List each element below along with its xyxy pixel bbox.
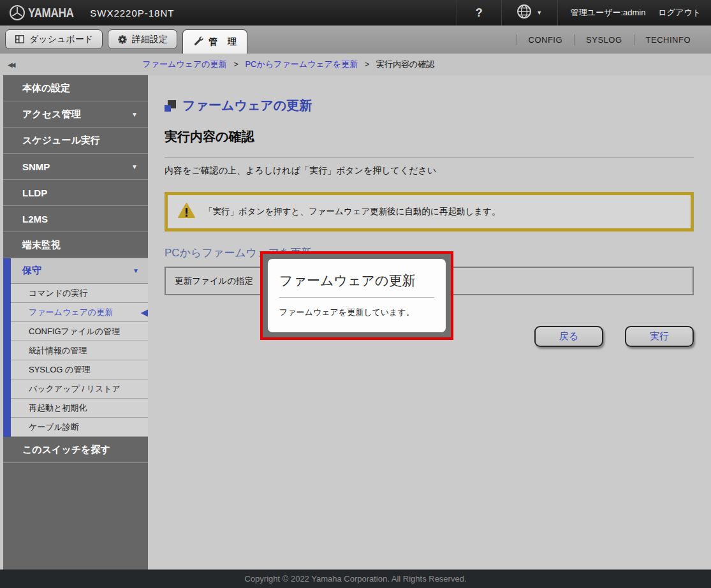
help-button[interactable]: ?	[457, 0, 501, 26]
sidebar-subitem-config-file[interactable]: CONFIGファイルの管理	[11, 322, 148, 341]
sidebar-item-schedule[interactable]: スケジュール実行	[3, 128, 148, 154]
sidebar-item-label: アクセス管理	[22, 108, 80, 121]
sidebar-item-label: LLDP	[22, 187, 47, 198]
sidebar-subitem-label: バックアップ / リストア	[29, 383, 121, 395]
sidebar-item-label: 保守	[22, 265, 41, 277]
breadcrumb-separator: >	[365, 59, 370, 69]
sidebar-subitem-label: コマンドの実行	[29, 288, 88, 299]
tab-dashboard[interactable]: ダッシュボード	[5, 29, 103, 49]
sidebar-subitem-label: CONFIGファイルの管理	[29, 326, 120, 337]
top-bar: YAMAHA SWX2220P-18NT ? ▼ 管理ユーザー:admin	[0, 0, 711, 26]
logout-button[interactable]: ログアウト	[658, 7, 701, 18]
selected-item-arrow-icon: ◀	[140, 307, 148, 317]
sidebar-section-maintenance: 保守 ▼ コマンドの実行 ファームウェアの更新 ◀ CONFIGファイルの管理	[3, 258, 148, 437]
warning-banner: 「実行」ボタンを押すと、ファームウェア更新後に自動的に再起動します。	[165, 192, 694, 232]
techinfo-link[interactable]: TECHINFO	[634, 35, 702, 45]
warning-icon	[178, 203, 195, 221]
sidebar-item-system-settings[interactable]: 本体の設定	[3, 75, 148, 101]
sidebar-subitem-label: 再起動と初期化	[29, 402, 87, 414]
sidebar-item-label: SNMP	[22, 161, 50, 172]
sidebar-item-label: 本体の設定	[22, 82, 70, 94]
sidebar-item-snmp[interactable]: SNMP ▼	[3, 154, 148, 180]
sidebar-item-maintenance[interactable]: 保守 ▼	[11, 258, 148, 284]
syslog-link[interactable]: SYSLOG	[575, 35, 633, 45]
sidebar-subitem-label: ファームウェアの更新	[29, 307, 113, 318]
modal-frame: ファームウェアの更新 ファームウェアを更新しています。	[263, 254, 451, 337]
sidebar-item-label: このスイッチを探す	[22, 444, 110, 456]
firmware-update-modal: ファームウェアの更新 ファームウェアを更新しています。	[260, 251, 453, 340]
sidebar-subitem-command-exec[interactable]: コマンドの実行	[11, 284, 148, 303]
tab-strip: ダッシュボード 詳細設定	[0, 26, 711, 54]
sidebar-subitem-reboot-init[interactable]: 再起動と初期化	[11, 399, 148, 418]
content-area: ファームウェアの更新 実行内容の確認 内容をご確認の上、よろしければ「実行」ボタ…	[148, 75, 711, 588]
sidebar-item-terminal-monitor[interactable]: 端末監視	[3, 232, 148, 258]
tab-label: 管 理	[209, 36, 240, 48]
back-button[interactable]: 戻る	[534, 326, 603, 347]
tab-admin[interactable]: 管 理	[182, 29, 247, 54]
dashboard-icon	[15, 34, 25, 44]
sidebar-item-lldp[interactable]: LLDP	[3, 180, 148, 206]
sidebar-collapse-icon[interactable]: ◀◀	[8, 61, 13, 68]
sidebar-subitem-statistics[interactable]: 統計情報の管理	[11, 341, 148, 360]
topbar-actions: ? ▼ 管理ユーザー:admin ログアウト	[457, 0, 711, 26]
chevron-down-icon: ▼	[536, 10, 542, 16]
config-link[interactable]: CONFIG	[517, 35, 575, 45]
warning-text: 「実行」ボタンを押すと、ファームウェア更新後に自動的に再起動します。	[204, 206, 500, 217]
globe-icon	[517, 4, 532, 22]
modal-title: ファームウェアの更新	[279, 272, 434, 290]
admin-user-label: 管理ユーザー:admin	[571, 7, 646, 18]
device-model: SWX2220P-18NT	[90, 8, 174, 18]
instruction-text: 内容をご確認の上、よろしければ「実行」ボタンを押してください	[165, 165, 694, 177]
footer: Copyright © 2022 Yamaha Corporation. All…	[0, 570, 711, 588]
tab-detail-settings[interactable]: 詳細設定	[108, 29, 177, 49]
config-links: CONFIG SYSLOG TECHINFO	[517, 26, 711, 54]
breadcrumb: ファームウェアの更新 > PCからファームウェアを更新 > 実行内容の確認	[142, 59, 434, 70]
sidebar-item-find-switch[interactable]: このスイッチを探す	[3, 437, 148, 463]
breadcrumb-separator: >	[233, 59, 238, 69]
gear-icon	[117, 34, 128, 45]
tab-label: 詳細設定	[132, 34, 168, 45]
divider	[279, 297, 434, 298]
breadcrumb-bar: ◀◀ ファームウェアの更新 > PCからファームウェアを更新 > 実行内容の確認	[0, 54, 711, 75]
language-button[interactable]: ▼	[501, 0, 557, 26]
section-heading: 実行内容の確認	[165, 128, 694, 145]
sidebar-subitem-firmware-update[interactable]: ファームウェアの更新 ◀	[11, 303, 148, 322]
sidebar-item-label: スケジュール実行	[22, 135, 100, 147]
breadcrumb-link-pc-update[interactable]: PCからファームウェアを更新	[245, 59, 358, 69]
sidebar-item-l2ms[interactable]: L2MS	[3, 206, 148, 232]
yamaha-logo: YAMAHA	[9, 4, 84, 21]
wrench-icon	[193, 36, 204, 47]
chevron-down-icon: ▼	[131, 163, 138, 170]
update-file-label: 更新ファイルの指定	[175, 276, 253, 287]
sidebar-subitem-label: ケーブル診断	[29, 422, 79, 433]
modal-message: ファームウェアを更新しています。	[279, 307, 434, 318]
sidebar-subitem-backup-restore[interactable]: バックアップ / リストア	[11, 379, 148, 399]
sidebar-subitem-syslog[interactable]: SYSLOG の管理	[11, 360, 148, 379]
sidebar-item-label: 端末監視	[22, 239, 61, 251]
tab-label: ダッシュボード	[29, 34, 93, 45]
sidebar-item-access-management[interactable]: アクセス管理 ▼	[3, 101, 148, 128]
sidebar-subitem-label: 統計情報の管理	[29, 345, 87, 356]
brand-wordmark: YAMAHA	[28, 5, 74, 20]
app-window: YAMAHA SWX2220P-18NT ? ▼ 管理ユーザー:admin	[0, 0, 711, 588]
breadcrumb-current: 実行内容の確認	[376, 59, 434, 69]
execute-button[interactable]: 実行	[625, 326, 694, 347]
main-layout: 本体の設定 アクセス管理 ▼ スケジュール実行 SNMP ▼ LLDP L2MS	[0, 75, 711, 588]
sidebar-subitem-cable-diagnosis[interactable]: ケーブル診断	[11, 418, 148, 437]
divider	[165, 157, 694, 158]
page-title-icon	[165, 100, 176, 112]
user-area: 管理ユーザー:admin ログアウト	[557, 0, 711, 26]
yamaha-tuning-fork-icon	[9, 4, 26, 21]
copyright-text: Copyright © 2022 Yamaha Corporation. All…	[244, 574, 466, 584]
sidebar: 本体の設定 アクセス管理 ▼ スケジュール実行 SNMP ▼ LLDP L2MS	[0, 75, 148, 588]
chevron-down-icon: ▼	[133, 267, 139, 274]
sidebar-subitem-label: SYSLOG の管理	[29, 364, 90, 376]
page-title: ファームウェアの更新	[182, 97, 312, 114]
breadcrumb-link-firmware[interactable]: ファームウェアの更新	[142, 59, 226, 69]
sidebar-item-label: L2MS	[22, 214, 48, 224]
chevron-down-icon: ▼	[131, 111, 138, 118]
